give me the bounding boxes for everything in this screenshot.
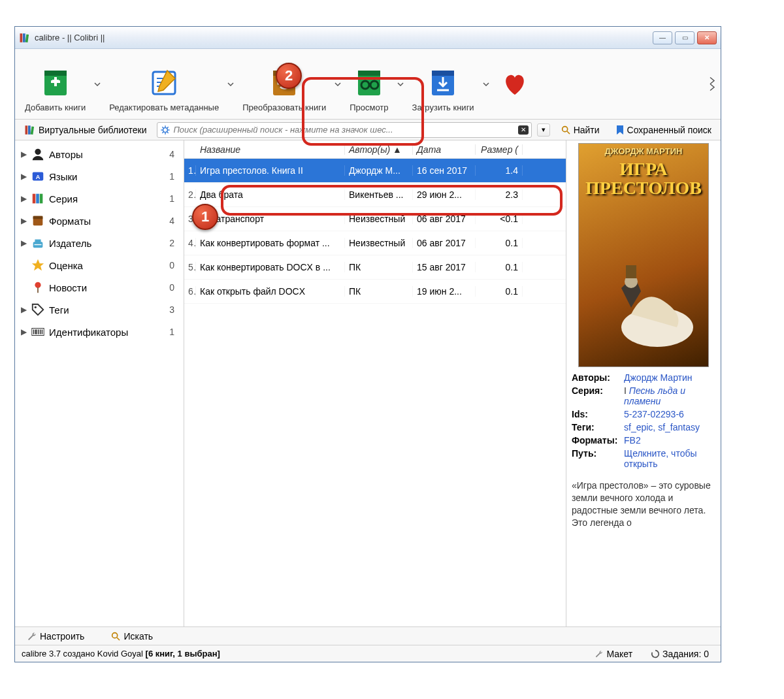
find-button[interactable]: Найти <box>555 123 605 137</box>
col-date[interactable]: Дата <box>413 144 476 155</box>
svg-point-48 <box>35 306 37 308</box>
download-books-button[interactable]: Загрузить книги <box>405 52 482 117</box>
add-books-button[interactable]: Добавить книги <box>18 52 93 117</box>
svg-rect-23 <box>31 126 34 134</box>
svg-rect-4 <box>44 71 67 76</box>
wrench-icon <box>595 649 604 658</box>
bookmark-icon <box>615 125 625 135</box>
sidebar-item[interactable]: Оценка0 <box>15 254 184 276</box>
table-row[interactable]: 3АвиатранспортНеизвестный06 авг 2017<0.1 <box>184 207 566 231</box>
saved-search-button[interactable]: Сохраненный поиск <box>610 123 717 137</box>
download-books-dropdown[interactable] <box>482 81 491 88</box>
col-size[interactable]: Размер ( <box>476 144 523 155</box>
virtual-libraries-button[interactable]: Виртуальные библиотеки <box>19 123 152 137</box>
configure-button[interactable]: Настроить <box>22 630 90 643</box>
titlebar[interactable]: calibre - || Colibri || — ▭ ✕ <box>15 27 721 49</box>
publisher-icon <box>31 236 45 250</box>
svg-rect-19 <box>432 71 454 76</box>
edit-metadata-dropdown[interactable] <box>226 81 235 88</box>
search-box[interactable]: ✕ <box>157 122 531 138</box>
svg-rect-21 <box>25 125 28 135</box>
callout-badge-2: 2 <box>276 63 302 89</box>
tag-browser[interactable]: ▶Авторы4▶AЯзыки1▶Серия1▶Форматы4▶Издател… <box>15 140 184 626</box>
meta-formats-link[interactable]: FB2 <box>624 435 715 446</box>
table-row[interactable]: 1Игра престолов. Книга IIДжордж М...16 с… <box>184 159 566 183</box>
cover-image[interactable]: ДЖОРДЖ МАРТИН ИГРА ПРЕСТОЛОВ <box>578 143 709 367</box>
toolbar-overflow[interactable] <box>708 74 717 93</box>
view-button[interactable]: Просмотр <box>342 52 395 117</box>
close-button[interactable]: ✕ <box>697 31 717 44</box>
view-dropdown[interactable] <box>396 81 405 88</box>
edit-icon <box>147 66 181 100</box>
sidebar-item[interactable]: ▶Теги3 <box>15 299 184 321</box>
svg-line-32 <box>167 127 169 128</box>
meta-ids-link[interactable]: 5-237-02293-6 <box>624 409 715 419</box>
meta-author-link[interactable]: Джордж Мартин <box>624 372 715 383</box>
table-row[interactable]: 5Как конвертировать DOCX в ...ПК15 авг 2… <box>184 255 566 280</box>
sidebar-item[interactable]: Новости0 <box>15 276 184 299</box>
col-title[interactable]: Название <box>196 144 345 155</box>
svg-point-33 <box>562 126 567 131</box>
table-row[interactable]: 6Как открыть файл DOCXПК19 июн 2...0.1 <box>184 280 566 304</box>
callout-badge-1: 1 <box>192 204 218 230</box>
clear-search-icon[interactable]: ✕ <box>518 125 529 135</box>
svg-rect-1 <box>23 33 25 42</box>
svg-rect-47 <box>37 287 39 293</box>
add-book-icon <box>39 66 73 100</box>
svg-rect-58 <box>626 265 636 278</box>
svg-line-31 <box>163 131 164 133</box>
main-area: ▶Авторы4▶AЯзыки1▶Серия1▶Форматы4▶Издател… <box>15 140 721 626</box>
donate-button[interactable] <box>491 52 539 117</box>
sub-toolbar: Виртуальные библиотеки ✕ ▾ Найти Сохране… <box>15 120 721 140</box>
sidebar-item[interactable]: ▶Авторы4 <box>15 143 184 165</box>
search-input[interactable] <box>173 125 515 135</box>
table-header[interactable]: Название Автор(ы) ▲ Дата Размер ( <box>184 140 566 159</box>
details-panel: ДЖОРДЖ МАРТИН ИГРА ПРЕСТОЛОВ Авторы:Джор… <box>566 140 721 626</box>
meta-tags-link[interactable]: sf_epic, sf_fantasy <box>624 422 715 432</box>
news-icon <box>31 280 45 295</box>
sidebar-item[interactable]: ▶Идентификаторы1 <box>15 321 184 343</box>
series-icon <box>31 191 45 206</box>
edit-metadata-button[interactable]: Редактировать метаданные <box>102 52 226 117</box>
sidebar-item[interactable]: ▶Серия1 <box>15 187 184 210</box>
table-row[interactable]: 4Как конвертировать формат ...Неизвестны… <box>184 231 566 255</box>
svg-rect-38 <box>33 194 36 204</box>
book-list: Название Автор(ы) ▲ Дата Размер ( 1Игра … <box>184 140 566 626</box>
svg-rect-45 <box>35 244 42 245</box>
search-bottom-button[interactable]: Искать <box>105 630 158 643</box>
minimize-button[interactable]: — <box>653 31 672 44</box>
svg-rect-39 <box>36 194 39 204</box>
svg-line-30 <box>167 131 169 133</box>
svg-rect-22 <box>28 125 31 135</box>
window-title: calibre - || Colibri || <box>35 33 653 42</box>
app-icon <box>19 32 31 44</box>
cover-art <box>585 255 703 353</box>
sidebar-item[interactable]: ▶Форматы4 <box>15 210 184 232</box>
svg-point-59 <box>112 632 118 638</box>
layout-button[interactable]: Макет <box>589 647 638 660</box>
maximize-button[interactable]: ▭ <box>675 31 694 44</box>
format-icon <box>31 214 45 228</box>
search-icon <box>110 631 121 642</box>
svg-rect-0 <box>20 33 23 42</box>
col-author[interactable]: Автор(ы) ▲ <box>345 144 413 155</box>
status-text: calibre 3.7 создано Kovid Goyal [6 книг,… <box>22 649 589 658</box>
meta-series-link[interactable]: I Песнь льда и пламени <box>624 385 715 406</box>
convert-books-dropdown[interactable] <box>333 81 342 88</box>
spinner-icon <box>651 649 660 658</box>
bottom-bar: Настроить Искать <box>15 626 721 645</box>
jobs-button[interactable]: Задания: 0 <box>645 647 714 660</box>
table-body[interactable]: 1Игра престолов. Книга IIДжордж М...16 с… <box>184 159 566 626</box>
search-icon <box>561 125 571 135</box>
meta-path-link[interactable]: Щелкните, чтобы открыть <box>624 448 715 469</box>
search-dropdown[interactable]: ▾ <box>537 123 550 137</box>
gear-icon[interactable] <box>160 125 171 135</box>
add-books-dropdown[interactable] <box>93 81 102 88</box>
table-row[interactable]: 2Два братаВикентьев ...29 июн 2...2.3 <box>184 183 566 207</box>
status-bar: calibre 3.7 создано Kovid Goyal [6 книг,… <box>15 645 721 662</box>
sidebar-item[interactable]: ▶AЯзыки1 <box>15 165 184 187</box>
svg-rect-2 <box>25 34 29 42</box>
svg-rect-14 <box>358 71 380 76</box>
sidebar-item[interactable]: ▶Издатель2 <box>15 232 184 254</box>
svg-rect-42 <box>33 216 43 219</box>
